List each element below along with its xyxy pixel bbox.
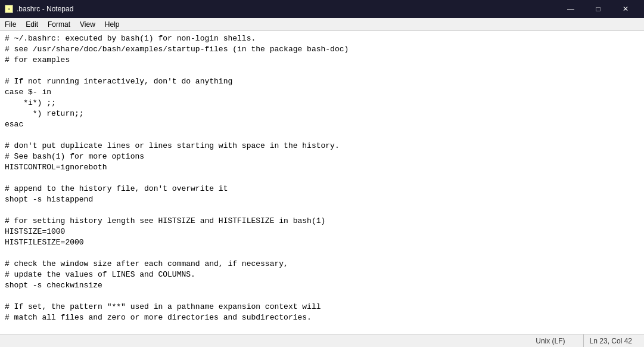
statusbar-position: Ln 23, Col 42: [583, 334, 638, 347]
menu-file[interactable]: File: [0, 18, 21, 31]
maximize-button[interactable]: □: [584, 0, 612, 18]
statusbar-encoding: Unix (LF): [530, 334, 571, 347]
menu-format[interactable]: Format: [43, 18, 75, 31]
menu-edit[interactable]: Edit: [21, 18, 43, 31]
editor-container: [0, 31, 644, 334]
titlebar: ≡ .bashrc - Notepad — □ ✕: [0, 0, 644, 18]
titlebar-controls: — □ ✕: [557, 0, 639, 18]
minimize-button[interactable]: —: [557, 0, 584, 18]
menu-view[interactable]: View: [75, 18, 100, 31]
statusbar: Unix (LF) Ln 23, Col 42: [0, 334, 644, 347]
close-button[interactable]: ✕: [612, 0, 639, 18]
editor-content: [0, 31, 644, 334]
app-icon: ≡: [5, 5, 13, 13]
text-editor[interactable]: [0, 31, 644, 334]
titlebar-title: .bashrc - Notepad: [17, 5, 73, 13]
menu-help[interactable]: Help: [100, 18, 125, 31]
menubar: File Edit Format View Help: [0, 18, 644, 31]
titlebar-left: ≡ .bashrc - Notepad: [5, 5, 73, 13]
